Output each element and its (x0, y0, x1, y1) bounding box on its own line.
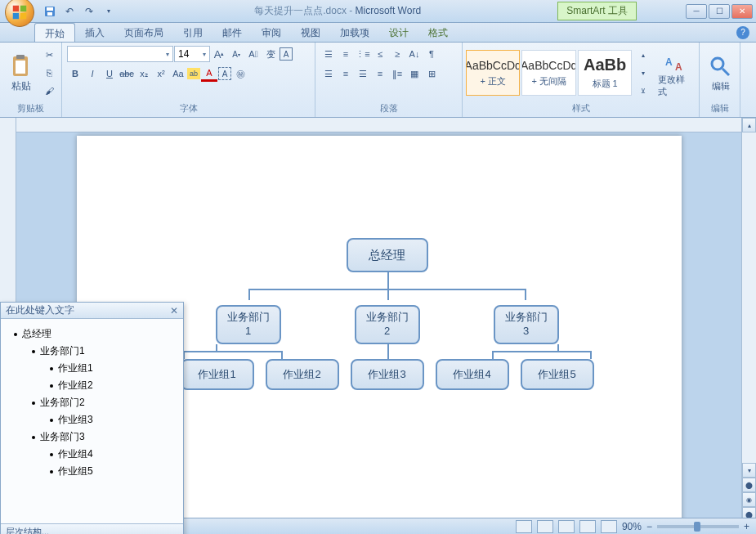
text-pane-item[interactable]: 作业组3 (6, 411, 178, 429)
multilevel-icon[interactable]: ⋮≡ (355, 46, 371, 62)
underline-button[interactable]: U (101, 65, 118, 82)
tab-layout[interactable]: 页面布局 (114, 23, 173, 42)
close-button[interactable]: ✕ (731, 4, 753, 19)
font-size-select[interactable]: 14▾ (174, 46, 210, 62)
borders-icon[interactable]: ⊞ (423, 65, 440, 82)
view-outline-icon[interactable] (579, 520, 596, 533)
text-pane-item[interactable]: 总经理 (6, 325, 178, 343)
view-fullscreen-icon[interactable] (537, 520, 553, 533)
tab-view[interactable]: 视图 (291, 23, 330, 42)
align-right-icon[interactable]: ☰ (355, 65, 371, 82)
text-pane-header[interactable]: 在此处键入文字 ✕ (1, 303, 183, 319)
align-justify-icon[interactable]: ≡ (372, 65, 388, 82)
shrink-font-icon[interactable]: A▾ (228, 46, 244, 62)
redo-icon[interactable]: ↷ (80, 2, 98, 20)
org-node-ceo[interactable]: 总经理 (347, 238, 428, 272)
style-nospacing[interactable]: AaBbCcDd + 无间隔 (521, 50, 575, 96)
show-marks-icon[interactable]: ¶ (423, 46, 440, 62)
font-color-button[interactable]: A (201, 65, 217, 82)
change-case-button[interactable]: Aa (170, 65, 186, 82)
maximize-button[interactable]: ☐ (709, 4, 730, 19)
scroll-track[interactable] (742, 132, 756, 463)
align-center-icon[interactable]: ≡ (338, 65, 354, 82)
text-pane-close-icon[interactable]: ✕ (170, 305, 178, 316)
tab-format[interactable]: 格式 (418, 23, 458, 42)
tab-insert[interactable]: 插入 (75, 23, 114, 42)
char-border-icon[interactable]: A (280, 47, 293, 61)
org-node-group5[interactable]: 作业组5 (521, 359, 594, 390)
text-pane-item[interactable]: 业务部门3 (6, 429, 178, 446)
tab-mailings[interactable]: 邮件 (212, 23, 252, 42)
vertical-scrollbar[interactable]: ▴ ▾ ⬤ ◉ ⬤ (741, 118, 756, 522)
text-pane-item[interactable]: 业务部门2 (6, 394, 178, 411)
org-node-dept1[interactable]: 业务部门 1 (216, 305, 281, 344)
shading-icon[interactable]: ▦ (406, 65, 423, 82)
zoom-slider[interactable] (657, 525, 739, 528)
style-heading1[interactable]: AaBb 标题 1 (578, 50, 632, 96)
style-normal[interactable]: AaBbCcDd + 正文 (466, 50, 520, 96)
minimize-button[interactable]: ─ (686, 4, 707, 19)
prev-page-icon[interactable]: ⬤ (742, 478, 756, 492)
tab-review[interactable]: 审阅 (252, 23, 291, 42)
org-node-dept2[interactable]: 业务部门 2 (355, 305, 420, 344)
undo-icon[interactable]: ↶ (60, 2, 78, 20)
strike-button[interactable]: abc (119, 65, 135, 82)
cut-icon[interactable]: ✂ (41, 47, 57, 63)
change-styles-button[interactable]: AA 更改样式 (655, 44, 696, 101)
subscript-button[interactable]: x₂ (136, 65, 152, 82)
find-button[interactable]: 编辑 (703, 44, 739, 101)
org-node-group3[interactable]: 作业组3 (351, 359, 424, 390)
org-node-group1[interactable]: 作业组1 (181, 359, 254, 390)
styles-row-down-icon[interactable]: ▾ (635, 65, 651, 81)
save-icon[interactable] (41, 2, 59, 20)
phonetic-icon[interactable]: 变 (262, 46, 279, 62)
tab-references[interactable]: 引用 (173, 23, 212, 42)
scroll-down-icon[interactable]: ▾ (742, 463, 756, 478)
select-browse-icon[interactable]: ◉ (742, 492, 756, 507)
office-button[interactable] (5, 0, 34, 27)
status-zoom[interactable]: 90% (622, 521, 642, 532)
text-pane-item[interactable]: 业务部门1 (6, 343, 178, 360)
help-icon[interactable]: ? (736, 26, 749, 39)
highlight-button[interactable]: ab (187, 68, 200, 79)
format-painter-icon[interactable]: 🖌 (41, 83, 57, 99)
line-spacing-icon[interactable]: ‖≡ (389, 65, 405, 82)
zoom-out-icon[interactable]: − (646, 521, 652, 532)
italic-button[interactable]: I (84, 65, 101, 82)
font-family-select[interactable]: ▾ (67, 46, 173, 62)
tab-addins[interactable]: 加载项 (330, 23, 379, 42)
horizontal-ruler[interactable] (16, 118, 741, 132)
clear-format-icon[interactable]: A⃠ (245, 46, 262, 62)
view-draft-icon[interactable] (601, 520, 617, 533)
view-print-layout-icon[interactable] (516, 520, 532, 533)
org-node-group2[interactable]: 作业组2 (266, 359, 339, 390)
tab-home[interactable]: 开始 (34, 23, 75, 42)
styles-more-icon[interactable]: ⊻ (635, 83, 651, 99)
zoom-in-icon[interactable]: + (744, 521, 749, 532)
enclose-char-button[interactable]: ㊙ (232, 65, 248, 82)
text-pane-body[interactable]: 总经理业务部门1作业组1作业组2业务部门2作业组3业务部门3作业组4作业组5 (1, 319, 183, 523)
numbering-icon[interactable]: ≡ (338, 46, 354, 62)
bullets-icon[interactable]: ☰ (320, 46, 337, 62)
text-pane-item[interactable]: 作业组2 (6, 377, 178, 394)
copy-icon[interactable]: ⎘ (41, 65, 57, 81)
scroll-up-icon[interactable]: ▴ (742, 118, 756, 132)
grow-font-icon[interactable]: A▴ (211, 46, 227, 62)
text-pane-item[interactable]: 作业组1 (6, 360, 178, 377)
org-node-dept3[interactable]: 业务部门 3 (494, 305, 559, 344)
sort-icon[interactable]: A↓ (406, 46, 423, 62)
smartart-text-pane[interactable]: 在此处键入文字 ✕ 总经理业务部门1作业组1作业组2业务部门2作业组3业务部门3… (0, 302, 184, 534)
char-shading-button[interactable]: A (218, 67, 231, 80)
text-pane-item[interactable]: 作业组4 (6, 446, 178, 463)
text-pane-footer[interactable]: 层次结构... (1, 523, 183, 534)
smartart-diagram[interactable]: 总经理 业务部门 1 业务部门 2 业务部门 3 (159, 238, 616, 390)
qat-dropdown-icon[interactable]: ▾ (100, 2, 118, 20)
org-node-group4[interactable]: 作业组4 (436, 359, 509, 390)
styles-row-up-icon[interactable]: ▴ (635, 47, 651, 63)
tab-design[interactable]: 设计 (379, 23, 418, 42)
bold-button[interactable]: B (67, 65, 83, 82)
view-web-icon[interactable] (558, 520, 575, 533)
indent-dec-icon[interactable]: ≤ (372, 46, 388, 62)
paste-button[interactable]: 粘贴 (3, 44, 39, 101)
indent-inc-icon[interactable]: ≥ (389, 46, 405, 62)
